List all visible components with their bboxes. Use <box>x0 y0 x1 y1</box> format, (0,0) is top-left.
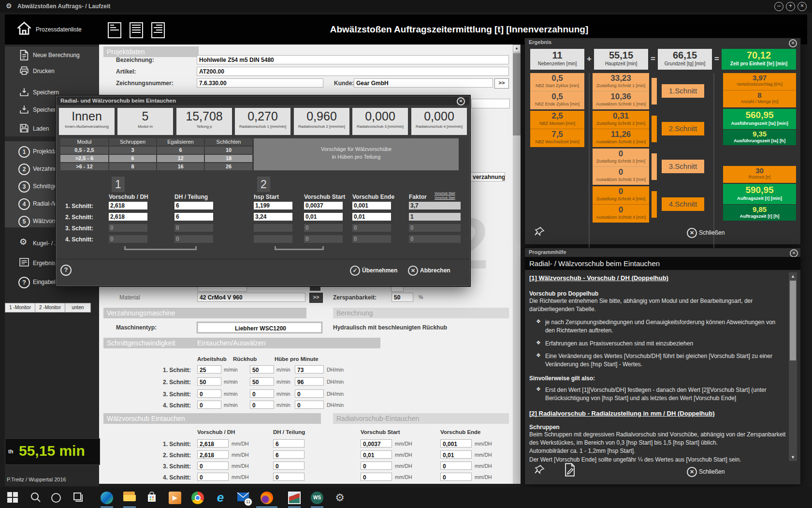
wz-field[interactable]: 0 <box>197 462 229 470</box>
dialog-titlebar[interactable]: Radial- und Wälzvorschub beim Eintauchen <box>57 96 469 105</box>
mail-icon[interactable]: 11 <box>237 492 249 504</box>
tab-2-monitor[interactable]: 2 -Monitor <box>35 303 65 313</box>
hilfe-close-button[interactable]: Schließen <box>699 468 725 475</box>
report-icon-3[interactable] <box>151 22 165 38</box>
schnitt-button-2[interactable]: 2.Schnitt <box>662 122 704 135</box>
hilfe-link-1[interactable]: [1] Wälzvorschub - Vorschub / DH (Doppel… <box>529 274 786 282</box>
dlg-field-dht[interactable]: 6 <box>174 202 213 209</box>
hilfe-scroll-thumb[interactable] <box>790 281 796 360</box>
ergebnis-close-x-icon[interactable]: ✕ <box>687 228 697 238</box>
wz-field[interactable]: 2,618 <box>197 450 229 459</box>
hilfe-scroll-up[interactable]: ▲ <box>789 272 797 279</box>
start-button[interactable] <box>7 492 19 504</box>
ws-app-icon[interactable]: WS <box>311 492 323 504</box>
sg-field[interactable]: 0 <box>197 401 221 409</box>
zeichnungsnummer-field[interactable]: 7.6.330.00 <box>197 78 323 88</box>
rv-field[interactable]: 0,01 <box>361 450 392 459</box>
hilfe-scrollbar[interactable]: ▲ ▼ <box>789 272 797 461</box>
scroll-up-button[interactable]: ▲ <box>513 45 521 52</box>
pin-icon[interactable] <box>534 226 545 238</box>
dialog-help-icon[interactable]: ? <box>60 265 72 276</box>
close-window-button[interactable]: × <box>798 2 807 11</box>
scroll-thumb[interactable] <box>513 53 521 135</box>
search-icon[interactable] <box>30 492 43 504</box>
dlg-field-vdh[interactable]: 2,618 <box>109 213 147 221</box>
partial-verzahnung-field[interactable]: verzahnung <box>470 172 505 181</box>
hilfe-pin-icon[interactable] <box>534 464 545 476</box>
cancel-button[interactable]: Abbrechen <box>420 267 450 274</box>
dlg-hscroll-2[interactable] <box>275 246 324 250</box>
dlg-field-vs[interactable]: 0,0037 <box>304 202 343 209</box>
sg-field[interactable]: 0 <box>250 401 274 409</box>
dlg-hscroll-1[interactable] <box>124 246 197 250</box>
rv-field[interactable]: 0,01 <box>440 450 472 459</box>
home-icon[interactable] <box>15 20 33 38</box>
dlg-field-vdh[interactable]: 2,618 <box>109 202 147 209</box>
cancel-x-icon[interactable]: ✕ <box>408 266 418 276</box>
ref-cell-selected[interactable]: >2,5 - 6 <box>60 155 108 162</box>
sg-field[interactable]: 0 <box>295 389 324 398</box>
zerspanbarkeit-field[interactable]: 50 <box>392 293 413 302</box>
hilfe-link-2[interactable]: [2] Radialvorschub - Radialzustellung in… <box>529 410 786 417</box>
rv-field[interactable]: 0 <box>440 462 472 470</box>
dlg-field-vs[interactable]: 0,01 <box>304 213 343 221</box>
home-label[interactable]: Prozessdatenliste <box>36 26 82 33</box>
artikel-field[interactable]: AT200.00 <box>197 67 509 76</box>
bezeichnung-field[interactable]: Hohlwelle Z54 m5 DIN 5480 <box>197 55 509 64</box>
store-icon[interactable] <box>146 492 159 504</box>
edit-document-icon[interactable] <box>564 463 576 477</box>
wz-field[interactable]: 2,618 <box>197 439 229 448</box>
hilfe-scroll-down[interactable]: ▼ <box>789 455 797 460</box>
material-lookup-button[interactable]: >> <box>309 293 323 303</box>
dlg-field-ve[interactable]: 0,01 <box>352 213 391 221</box>
wz-field[interactable]: 6 <box>273 450 304 459</box>
rv-field[interactable]: 0,001 <box>440 439 472 448</box>
schnitt-button-1[interactable]: 1.Schnitt <box>662 84 704 98</box>
firefox-icon[interactable] <box>261 492 273 504</box>
minimize-button[interactable]: – <box>774 2 783 11</box>
ergebnis-close-icon[interactable]: ✕ <box>789 39 797 47</box>
wz-field[interactable]: 6 <box>273 439 304 448</box>
hilfe-close-x-icon[interactable]: ✕ <box>687 467 697 477</box>
sg-field[interactable]: 0 <box>197 389 221 398</box>
rv-field[interactable]: 0,0037 <box>361 439 392 448</box>
sg-field[interactable]: 50 <box>250 365 274 374</box>
tab-unten[interactable]: unten <box>65 303 91 313</box>
irfanview-icon[interactable] <box>288 492 301 504</box>
dlg-field-hsp[interactable]: 1,199 <box>254 202 292 209</box>
sg-field[interactable]: 0 <box>295 401 324 409</box>
sg-field[interactable]: 0 <box>250 389 274 398</box>
settings-gear-icon[interactable]: ⚙ <box>334 492 346 504</box>
dlg-field-dht[interactable]: 6 <box>174 213 213 221</box>
file-explorer-icon[interactable] <box>123 492 136 504</box>
ref-cell-selected[interactable]: 18 <box>205 155 252 162</box>
sg-field[interactable]: 50 <box>197 377 221 386</box>
report-icon-1[interactable] <box>108 22 121 38</box>
ref-cell-selected[interactable]: 6 <box>109 155 156 162</box>
tab-1-monitor[interactable]: 1 -Monitor <box>5 303 35 313</box>
rv-field[interactable]: 0 <box>361 473 392 481</box>
rv-field[interactable]: 0 <box>440 473 472 481</box>
wz-field[interactable]: 0 <box>273 473 304 481</box>
dialog-close-icon[interactable]: ✕ <box>457 97 465 105</box>
chrome-icon[interactable] <box>191 492 204 504</box>
hilfe-close-icon[interactable]: ✕ <box>790 249 798 257</box>
sidebar-item-neue-berechnung[interactable]: Neue Berechnung <box>5 49 99 61</box>
maschinentyp-field[interactable]: Liebherr WSC1200 <box>197 322 322 333</box>
edge-icon[interactable] <box>101 492 113 504</box>
rv-field[interactable]: 0 <box>361 462 392 470</box>
sg-field[interactable]: 73 <box>295 365 324 374</box>
dlg-field-ve[interactable]: 0,001 <box>352 202 391 209</box>
sg-field[interactable]: 50 <box>250 377 274 386</box>
wz-field[interactable]: 0 <box>273 462 304 470</box>
kunde-field[interactable]: Gear GmbH <box>354 78 493 88</box>
schnitt-button-4[interactable]: 4.Schnitt <box>662 197 704 211</box>
sg-field[interactable]: 25 <box>197 365 221 374</box>
cortana-icon[interactable] <box>51 493 61 503</box>
material-field[interactable]: 42 CrMo4 V 960 <box>197 293 305 302</box>
ergebnis-close-button[interactable]: Schließen <box>699 229 725 236</box>
dlg-field-hsp[interactable]: 3,24 <box>254 213 292 221</box>
form-scrollbar[interactable]: ▲ <box>513 45 521 484</box>
wz-field[interactable]: 0 <box>197 473 229 481</box>
maximize-button[interactable]: + <box>786 2 795 11</box>
